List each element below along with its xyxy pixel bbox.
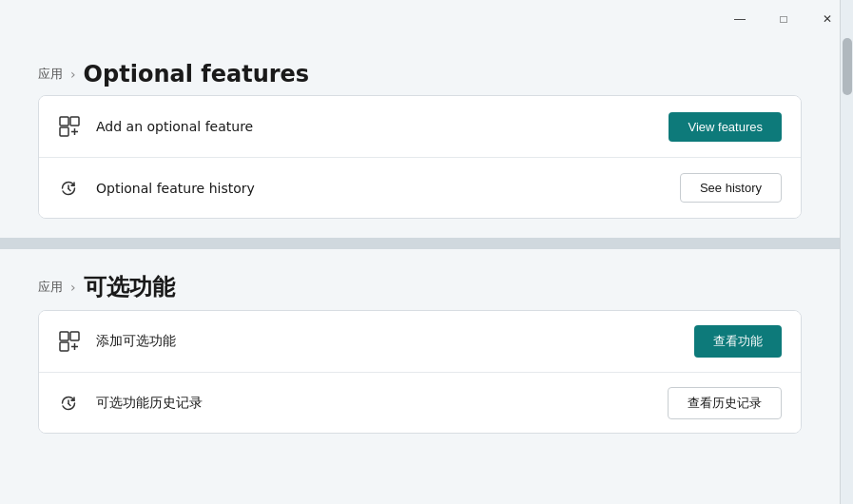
add-feature-icon [58, 115, 81, 138]
minimize-button[interactable]: — [718, 4, 762, 34]
breadcrumb-separator-top: › [70, 67, 76, 82]
main-content: 应用 › Optional features [0, 38, 853, 504]
svg-rect-0 [60, 117, 68, 126]
add-feature-left: Add an optional feature [58, 115, 253, 138]
add-feature-row: Add an optional feature View features [39, 96, 801, 157]
svg-line-13 [68, 403, 70, 405]
feature-history-label: Optional feature history [96, 181, 255, 196]
title-bar-controls: — □ ✕ [718, 4, 849, 34]
cards-container-bottom: 添加可选功能 查看功能 [38, 310, 802, 434]
feature-history-row: Optional feature history See history [39, 157, 801, 218]
feature-history-cn-label: 可选功能历史记录 [96, 395, 203, 412]
feature-history-left: Optional feature history [58, 177, 255, 200]
add-feature-label: Add an optional feature [96, 119, 253, 134]
see-history-cn-button[interactable]: 查看历史记录 [668, 387, 782, 419]
view-features-cn-button[interactable]: 查看功能 [694, 325, 782, 358]
cards-container-top: Add an optional feature View features [38, 95, 802, 219]
panel-divider [0, 238, 840, 249]
maximize-button[interactable]: □ [762, 4, 805, 34]
feature-history-cn-left: 可选功能历史记录 [58, 392, 203, 415]
scrollbar[interactable] [840, 0, 853, 504]
window: — □ ✕ 应用 › Optional features [0, 0, 853, 504]
breadcrumb-separator-bottom: › [70, 280, 76, 295]
scrollbar-thumb[interactable] [843, 38, 852, 95]
breadcrumb-current-top: Optional features [84, 61, 310, 87]
add-feature-cn-icon [58, 330, 81, 353]
svg-rect-9 [60, 342, 68, 351]
history-icon [58, 177, 81, 200]
svg-rect-8 [70, 332, 79, 340]
see-history-button[interactable]: See history [680, 173, 782, 203]
breadcrumb-current-bottom: 可选功能 [84, 272, 175, 302]
view-features-button[interactable]: View features [669, 112, 782, 142]
svg-line-6 [68, 188, 70, 190]
top-panel: 应用 › Optional features [0, 38, 840, 238]
breadcrumb-top: 应用 › Optional features [38, 61, 802, 87]
svg-rect-7 [60, 332, 68, 340]
breadcrumb-app-bottom[interactable]: 应用 [38, 279, 63, 296]
breadcrumb-bottom: 应用 › 可选功能 [38, 272, 802, 302]
feature-history-cn-row: 可选功能历史记录 查看历史记录 [39, 372, 801, 433]
svg-rect-1 [70, 117, 79, 126]
svg-rect-2 [60, 127, 68, 136]
add-feature-cn-left: 添加可选功能 [58, 330, 176, 353]
add-feature-cn-row: 添加可选功能 查看功能 [39, 311, 801, 372]
breadcrumb-app-top[interactable]: 应用 [38, 66, 63, 83]
add-feature-cn-label: 添加可选功能 [96, 333, 176, 350]
bottom-panel: 应用 › 可选功能 [0, 249, 840, 453]
title-bar: — □ ✕ [0, 0, 853, 38]
history-cn-icon [58, 392, 81, 415]
